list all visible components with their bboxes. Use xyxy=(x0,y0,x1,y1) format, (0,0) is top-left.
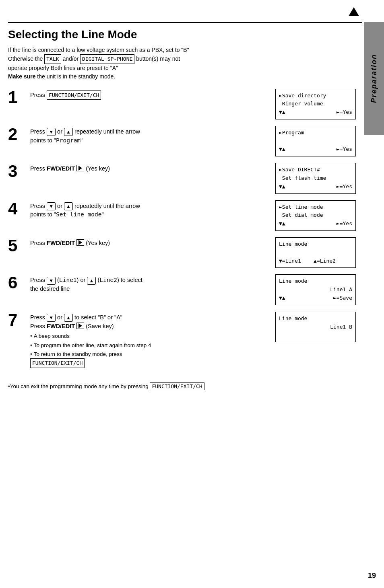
lcd3-line2: Set flash time xyxy=(279,174,352,183)
top-arrow-area xyxy=(348,7,360,19)
step-3-lcd-box: ►Save DIRECT# Set flash time ▼▲►=Yes xyxy=(275,163,356,193)
intro-line3: operate properly Both lines are preset t… xyxy=(8,65,118,71)
side-tab: Preparation xyxy=(364,22,384,135)
main-content: Selecting the Line Mode If the line is c… xyxy=(8,24,360,588)
lcd5-line1: Line mode xyxy=(279,240,352,249)
nav-down-btn-6: ▼ xyxy=(47,277,56,285)
step-7-bullet-2: To program the other line, start again f… xyxy=(30,341,271,350)
step-7-number: 7 xyxy=(8,311,30,329)
intro-line2-suffix: button(s) may not xyxy=(134,56,180,62)
step-3-row: 3 Press FWD/EDIT (Yes key) ►Save DIRECT#… xyxy=(8,162,360,193)
step1-function-btn: FUNCTION/EXIT/CH xyxy=(47,90,101,100)
step-2-lcd: ►Program ▼▲►=Yes xyxy=(275,125,360,156)
step-2-lcd-box: ►Program ▼▲►=Yes xyxy=(275,126,356,156)
step-1-number: 1 xyxy=(8,88,30,106)
intro-line1: If the line is connected to a low voltag… xyxy=(8,47,189,53)
step-7-bullet-1: A beep sounds xyxy=(30,332,271,340)
lcd5-line3: ▼=Line1 ▲=Line2 xyxy=(279,257,352,265)
step-1-content: Press FUNCTION/EXIT/CH xyxy=(30,88,271,100)
lcd7-line3 xyxy=(279,331,352,339)
intro-line2-prefix: Otherwise the xyxy=(8,56,44,62)
step-7-bullets: A beep sounds To program the other line,… xyxy=(30,332,271,368)
function-exit-ch-btn-7: FUNCTION/EXIT/CH xyxy=(30,358,85,368)
step-6-number: 6 xyxy=(8,273,30,291)
lcd6-line1: Line mode xyxy=(279,277,352,286)
lcd1-line1: ►Save directory xyxy=(279,92,352,100)
lcd1-line3: ▼▲►=Yes xyxy=(279,108,352,117)
step-6-lcd: Line mode Line1 A ▼▲►=Save xyxy=(275,273,360,305)
fwd-edit-btn-5 xyxy=(76,239,84,246)
steps-area: 1 Press FUNCTION/EXIT/CH ►Save directory… xyxy=(8,88,360,374)
nav-up-btn-7: ▲ xyxy=(64,314,73,322)
intro-text: If the line is connected to a low voltag… xyxy=(8,46,360,81)
lcd7-line2: Line1 B xyxy=(279,323,352,331)
step-5-lcd: Line mode ▼=Line1 ▲=Line2 xyxy=(275,236,360,268)
step-1-lcd-box: ►Save directory Ringer volume ▼▲►=Yes xyxy=(275,89,356,119)
page-number: 19 xyxy=(368,572,376,580)
lcd7-line1: Line mode xyxy=(279,315,352,323)
fwd-triangle-5 xyxy=(78,240,82,245)
nav-down-btn-2: ▼ xyxy=(47,128,56,136)
step-2-inner: Press ▼ or ▲ repeatedly until the arrowp… xyxy=(30,125,360,156)
step-3-inner: Press FWD/EDIT (Yes key) ►Save DIRECT# S… xyxy=(30,162,360,193)
side-tab-label: Preparation xyxy=(370,54,378,103)
step-6-inner: Press ▼ (Line1) or ▲ (Line2) to selectth… xyxy=(30,273,360,305)
nav-up-btn-4: ▲ xyxy=(64,202,73,210)
step-4-row: 4 Press ▼ or ▲ repeatedly until the arro… xyxy=(8,199,360,231)
step-2-number: 2 xyxy=(8,125,30,143)
step-4-inner: Press ▼ or ▲ repeatedly until the arrowp… xyxy=(30,199,360,231)
step-7-row: 7 Press ▼ or ▲ to select "B" or "A" Pres… xyxy=(8,311,360,369)
intro-bold: Make sure xyxy=(8,73,35,80)
nav-up-btn-6: ▲ xyxy=(87,277,96,285)
lcd4-line3: ▼▲►=Yes xyxy=(279,220,352,228)
lcd2-line2 xyxy=(279,137,352,146)
step-5-content: Press FWD/EDIT (Yes key) xyxy=(30,236,271,248)
step-4-content: Press ▼ or ▲ repeatedly until the arrowp… xyxy=(30,199,271,220)
step-1-lcd: ►Save directory Ringer volume ▼▲►=Yes xyxy=(275,88,360,119)
step-4-lcd-box: ►Set line mode Set dial mode ▼▲►=Yes xyxy=(275,200,356,231)
nav-down-btn-7: ▼ xyxy=(47,314,56,322)
page-container: Preparation Selecting the Line Mode If t… xyxy=(0,0,384,588)
digital-sp-phone-label: DIGITAL SP-PHONE xyxy=(80,54,134,64)
step-3-content: Press FWD/EDIT (Yes key) xyxy=(30,162,271,173)
intro-line2-mid: and/or xyxy=(61,56,80,62)
lcd2-line1: ►Program xyxy=(279,129,352,137)
step-4-number: 4 xyxy=(8,199,30,217)
top-rule xyxy=(8,22,362,23)
nav-down-btn-4: ▼ xyxy=(47,202,56,210)
step-1-row: 1 Press FUNCTION/EXIT/CH ►Save directory… xyxy=(8,88,360,119)
fwd-edit-btn-7 xyxy=(76,323,84,329)
step-7-lcd-box: Line mode Line1 B xyxy=(275,312,356,342)
talk-button-label: TALK xyxy=(44,54,61,64)
bottom-note-prefix: •You can exit the programming mode any t… xyxy=(8,383,150,389)
lcd2-line3: ▼▲►=Yes xyxy=(279,145,352,154)
lcd6-line3: ▼▲►=Save xyxy=(279,294,352,302)
fwd-edit-btn-3 xyxy=(76,165,84,171)
page-title: Selecting the Line Mode xyxy=(8,28,360,41)
step-5-lcd-box: Line mode ▼=Line1 ▲=Line2 xyxy=(275,237,356,268)
step-7-bullet-3: To return to the standby mode, pressFUNC… xyxy=(30,350,271,368)
step-7-content: Press ▼ or ▲ to select "B" or "A" Press … xyxy=(30,311,271,369)
step-5-inner: Press FWD/EDIT (Yes key) Line mode ▼=Lin… xyxy=(30,236,360,268)
step-3-lcd: ►Save DIRECT# Set flash time ▼▲►=Yes xyxy=(275,162,360,193)
intro-line4-rest: the unit is in the standby mode. xyxy=(35,73,115,80)
lcd6-line2: Line1 A xyxy=(279,286,352,294)
step-4-lcd: ►Set line mode Set dial mode ▼▲►=Yes xyxy=(275,199,360,231)
lcd3-line3: ▼▲►=Yes xyxy=(279,183,352,191)
step-2-content: Press ▼ or ▲ repeatedly until the arrowp… xyxy=(30,125,271,145)
lcd4-line2: Set dial mode xyxy=(279,211,352,220)
step-2-row: 2 Press ▼ or ▲ repeatedly until the arro… xyxy=(8,125,360,156)
bottom-note: •You can exit the programming mode any t… xyxy=(8,382,360,390)
fwd-triangle-7 xyxy=(78,323,82,328)
step-5-row: 5 Press FWD/EDIT (Yes key) Line mode ▼=L… xyxy=(8,236,360,268)
lcd3-line1: ►Save DIRECT# xyxy=(279,166,352,174)
top-arrow-icon xyxy=(349,7,359,16)
nav-up-btn-2: ▲ xyxy=(64,128,73,136)
lcd1-line2: Ringer volume xyxy=(279,100,352,108)
step-6-lcd-box: Line mode Line1 A ▼▲►=Save xyxy=(275,274,356,305)
step-5-number: 5 xyxy=(8,236,30,254)
lcd4-line1: ►Set line mode xyxy=(279,203,352,212)
lcd5-line2 xyxy=(279,249,352,257)
bottom-function-btn: FUNCTION/EXIT/CH xyxy=(150,382,204,390)
step-7-inner: Press ▼ or ▲ to select "B" or "A" Press … xyxy=(30,311,360,369)
